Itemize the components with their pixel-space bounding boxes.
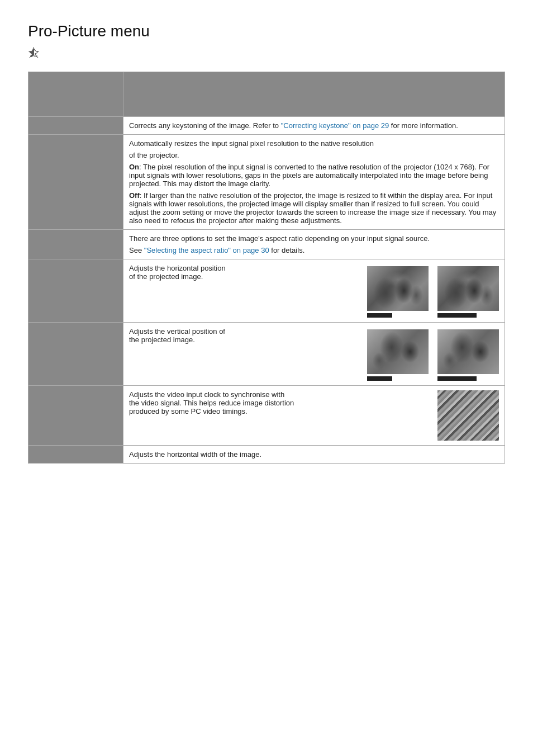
- keystone-label: [28, 117, 123, 135]
- aspect-para2: See "Selecting the aspect ratio" on page…: [129, 246, 499, 254]
- vposition-img-right: [437, 329, 499, 374]
- hposition-images: [367, 266, 499, 318]
- vposition-img-left: [367, 329, 429, 374]
- clock-content: Adjusts the video input clock to synchro…: [123, 386, 505, 446]
- table-row-clock: Adjusts the video input clock to synchro…: [28, 386, 505, 446]
- resolution-label: [28, 135, 123, 230]
- clock-line1: Adjusts the video input clock to synchro…: [129, 390, 284, 399]
- hposition-content: Adjusts the horizontal positionof the pr…: [123, 259, 505, 323]
- on-label: On: [129, 163, 139, 171]
- clock-line3: produced by some PC video timings.: [129, 407, 248, 415]
- aspect-see-text: See: [129, 246, 142, 254]
- table-row-hsize: Adjusts the horizontal width of the imag…: [28, 446, 505, 464]
- header-content-cell: [123, 72, 505, 117]
- vposition-layout: Adjusts the vertical position ofthe proj…: [129, 327, 499, 381]
- aspect-para1: There are three options to set the image…: [129, 234, 499, 243]
- aspect-link[interactable]: "Selecting the aspect ratio" on page 30: [144, 246, 269, 254]
- clock-line2: the video signal. This helps reduce imag…: [129, 399, 294, 407]
- hsize-desc: Adjusts the horizontal width of the imag…: [129, 450, 261, 459]
- table-row-aspect: There are three options to set the image…: [28, 230, 505, 259]
- res-off-para: Off: If larger than the native resolutio…: [129, 191, 499, 225]
- clock-label: [28, 386, 123, 446]
- table-row-header: [28, 72, 505, 117]
- vposition-desc: Adjusts the vertical position ofthe proj…: [129, 327, 358, 344]
- vposition-images: [367, 329, 499, 381]
- res-auto-line2: of the projector.: [129, 151, 499, 159]
- keystone-content: Corrects any keystoning of the image. Re…: [123, 117, 505, 135]
- table-row-vposition: Adjusts the vertical position ofthe proj…: [28, 323, 505, 386]
- header-label-cell: [28, 72, 123, 117]
- off-text: If larger than the native resolution of …: [129, 191, 496, 225]
- hposition-image-right: [437, 266, 499, 318]
- on-text: The pixel resolution of the input signal…: [129, 163, 489, 188]
- hposition-img-left: [367, 266, 429, 311]
- vposition-image-right: [437, 329, 499, 381]
- clock-layout: Adjusts the video input clock to synchro…: [129, 390, 499, 441]
- corner-icon: ⯪: [28, 46, 505, 60]
- aspect-content: There are three options to set the image…: [123, 230, 505, 259]
- page-title: Pro-Picture menu: [28, 22, 505, 40]
- hposition-img-right: [437, 266, 499, 311]
- main-table: Corrects any keystoning of the image. Re…: [28, 72, 505, 464]
- keystone-link[interactable]: "Correcting keystone" on page 29: [281, 121, 389, 130]
- table-row-resolution: Automatically resizes the input signal p…: [28, 135, 505, 230]
- hposition-bar-right: [437, 313, 493, 318]
- hposition-bar-left: [367, 313, 423, 318]
- vposition-bar-left: [367, 376, 423, 381]
- aspect-label: [28, 230, 123, 259]
- vposition-bar-right: [437, 376, 493, 381]
- vposition-content: Adjusts the vertical position ofthe proj…: [123, 323, 505, 386]
- res-on-para: On: The pixel resolution of the input si…: [129, 163, 499, 188]
- resolution-content: Automatically resizes the input signal p…: [123, 135, 505, 230]
- vposition-label: [28, 323, 123, 386]
- clock-desc: Adjusts the video input clock to synchro…: [129, 390, 429, 415]
- hposition-image-left: [367, 266, 429, 318]
- hposition-layout: Adjusts the horizontal positionof the pr…: [129, 264, 499, 318]
- aspect-suffix: for details.: [269, 246, 305, 254]
- hposition-desc: Adjusts the horizontal positionof the pr…: [129, 264, 358, 281]
- hsize-label: [28, 446, 123, 464]
- res-auto-line1: Automatically resizes the input signal p…: [129, 139, 499, 148]
- table-row-hposition: Adjusts the horizontal positionof the pr…: [28, 259, 505, 323]
- off-label: Off: [129, 191, 140, 200]
- hposition-label: [28, 259, 123, 323]
- hsize-content: Adjusts the horizontal width of the imag…: [123, 446, 505, 464]
- clock-stripes-image: [437, 390, 499, 441]
- vposition-image-left: [367, 329, 429, 381]
- table-row-keystone: Corrects any keystoning of the image. Re…: [28, 117, 505, 135]
